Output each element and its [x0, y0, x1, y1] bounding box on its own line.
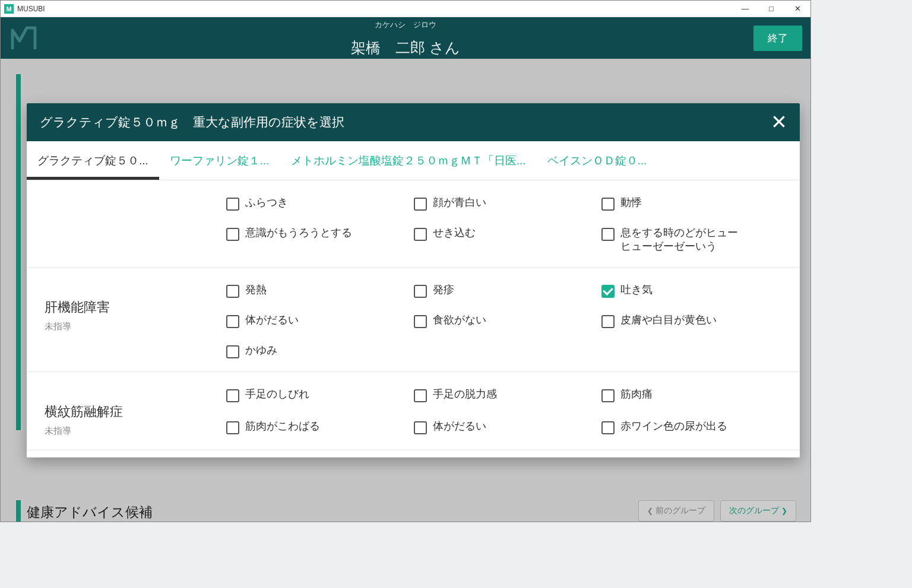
- symptom-checkbox[interactable]: かゆみ: [226, 344, 409, 358]
- symptom-grid: 手足のしびれ手足の脱力感筋肉痛筋肉がこわばる体がだるい赤ワイン色の尿が出る: [226, 385, 784, 437]
- symptom-checkbox[interactable]: 手足の脱力感: [414, 387, 597, 405]
- symptom-label: 皮膚や白目が黄色い: [620, 313, 717, 327]
- checkbox-icon: [601, 228, 615, 241]
- symptom-checkbox[interactable]: 息をする時のどがヒューヒューゼーゼーいう: [601, 226, 784, 254]
- titlebar: M MUSUBI — □ ✕: [1, 1, 810, 17]
- app-icon: M: [4, 4, 14, 14]
- end-session-button[interactable]: 終了: [753, 26, 802, 51]
- checkbox-icon: [414, 198, 427, 211]
- side-effect-section: ふらつき顔が青白い動悸意識がもうろうとするせき込む息をする時のどがヒューヒューゼ…: [27, 180, 800, 268]
- symptom-label: 筋肉痛: [620, 387, 653, 401]
- symptom-checkbox[interactable]: 体がだるい: [414, 419, 597, 437]
- checkbox-icon: [226, 389, 239, 402]
- app-header: カケハシ ジロウ 架橋 二郎 さん 終了: [1, 17, 810, 59]
- symptom-label: かゆみ: [245, 344, 277, 357]
- symptom-label: 赤ワイン色の尿が出る: [620, 419, 727, 433]
- symptom-label: 筋肉がこわばる: [245, 419, 320, 433]
- checkbox-icon: [226, 421, 239, 434]
- checkbox-icon: [414, 285, 427, 298]
- symptom-checkbox[interactable]: 吐き気: [601, 283, 784, 298]
- symptom-label: 発熱: [245, 283, 267, 297]
- section-label-area: 肝機能障害未指導: [42, 281, 226, 358]
- symptom-label: 動悸: [620, 196, 642, 209]
- main-area: 健康アドバイス候補 ❮ 前のグループ 次のグループ ❯ グラクティブ錠５０ｍｇ …: [1, 59, 810, 522]
- symptom-label: 食欲がない: [433, 313, 486, 327]
- symptom-checkbox[interactable]: 食欲がない: [414, 313, 597, 328]
- symptom-checkbox[interactable]: 体がだるい: [226, 313, 409, 328]
- symptom-label: 体がだるい: [245, 313, 299, 327]
- symptom-checkbox[interactable]: 発熱: [226, 283, 409, 298]
- titlebar-title: MUSUBI: [17, 5, 732, 13]
- section-name: 横紋筋融解症: [45, 403, 226, 421]
- symptom-label: 意識がもうろうとする: [245, 226, 352, 240]
- symptom-label: ふらつき: [245, 196, 288, 209]
- drug-tab[interactable]: ベイスンＯＤ錠０...: [537, 141, 658, 180]
- tab-label: ベイスンＯＤ錠０...: [547, 153, 647, 169]
- app-window: M MUSUBI — □ ✕ カケハシ ジロウ 架橋 二郎 さん 終了 健康アド…: [0, 0, 811, 522]
- checkbox-icon: [414, 421, 427, 434]
- checkbox-icon: [226, 228, 239, 241]
- symptom-label: 顔が青白い: [433, 196, 486, 209]
- modal-title: グラクティブ錠５０ｍｇ 重大な副作用の症状を選択: [40, 114, 344, 131]
- drug-tab[interactable]: ワーファリン錠１...: [159, 141, 280, 180]
- tab-label: ワーファリン錠１...: [170, 153, 270, 169]
- logo-icon: [9, 23, 39, 53]
- checkbox-icon: [226, 315, 239, 328]
- section-status: 未指導: [45, 321, 226, 332]
- symptom-checkbox[interactable]: 発疹: [414, 283, 597, 298]
- drug-tabs: グラクティブ錠５０...ワーファリン錠１...メトホルミン塩酸塩錠２５０ｍｇＭＴ…: [27, 141, 800, 180]
- close-icon: [771, 114, 787, 129]
- checkbox-icon: [414, 389, 427, 402]
- symptom-label: 手足のしびれ: [245, 387, 309, 401]
- patient-name-ruby: カケハシ ジロウ: [375, 20, 436, 30]
- symptom-label: 吐き気: [620, 283, 653, 297]
- drug-tab[interactable]: グラクティブ錠５０...: [27, 141, 159, 180]
- drug-tab[interactable]: メトホルミン塩酸塩錠２５０ｍｇＭＴ「日医...: [280, 141, 537, 180]
- symptom-grid: 発熱発疹吐き気体がだるい食欲がない皮膚や白目が黄色いかゆみ: [226, 281, 784, 358]
- symptom-checkbox[interactable]: 動悸: [601, 196, 784, 211]
- checkbox-icon: [226, 345, 239, 358]
- section-label-area: [42, 193, 226, 254]
- checkbox-icon: [226, 198, 239, 211]
- maximize-button[interactable]: □: [758, 1, 784, 17]
- symptom-checkbox[interactable]: 筋肉痛: [601, 387, 784, 405]
- symptom-checkbox[interactable]: 意識がもうろうとする: [226, 226, 409, 254]
- symptom-label: 発疹: [433, 283, 454, 297]
- checkbox-icon: [601, 315, 615, 328]
- side-effect-section: 横紋筋融解症未指導手足のしびれ手足の脱力感筋肉痛筋肉がこわばる体がだるい赤ワイン…: [27, 372, 800, 450]
- symptom-checkbox[interactable]: せき込む: [414, 226, 597, 254]
- checkbox-icon: [226, 285, 239, 298]
- symptom-checkbox[interactable]: 筋肉がこわばる: [226, 419, 409, 437]
- tab-label: メトホルミン塩酸塩錠２５０ｍｇＭＴ「日医...: [291, 153, 526, 169]
- modal-body[interactable]: ふらつき顔が青白い動悸意識がもうろうとするせき込む息をする時のどがヒューヒューゼ…: [27, 180, 800, 457]
- symptom-grid: ふらつき顔が青白い動悸意識がもうろうとするせき込む息をする時のどがヒューヒューゼ…: [226, 193, 784, 254]
- symptom-label: 手足の脱力感: [433, 387, 497, 401]
- symptom-label: 息をする時のどがヒューヒューゼーゼーいう: [620, 226, 745, 254]
- symptom-checkbox[interactable]: 赤ワイン色の尿が出る: [601, 419, 784, 437]
- symptom-checkbox[interactable]: 手足のしびれ: [226, 387, 409, 405]
- symptom-label: せき込む: [433, 226, 476, 240]
- section-label-area: 横紋筋融解症未指導: [42, 385, 226, 437]
- checkbox-icon: [601, 389, 615, 402]
- close-button[interactable]: ✕: [784, 1, 810, 17]
- symptom-checkbox[interactable]: 皮膚や白目が黄色い: [601, 313, 784, 328]
- side-effect-modal: グラクティブ錠５０ｍｇ 重大な副作用の症状を選択 グラクティブ錠５０...ワーフ…: [27, 103, 800, 457]
- side-effect-section: 肝機能障害未指導発熱発疹吐き気体がだるい食欲がない皮膚や白目が黄色いかゆみ: [27, 268, 800, 372]
- section-status: 未指導: [45, 425, 226, 437]
- checkbox-icon: [601, 198, 615, 211]
- symptom-label: 体がだるい: [433, 419, 486, 433]
- symptom-checkbox[interactable]: 顔が青白い: [414, 196, 597, 211]
- symptom-checkbox[interactable]: ふらつき: [226, 196, 409, 211]
- checkbox-icon: [414, 228, 427, 241]
- checkbox-icon: [601, 421, 615, 434]
- tab-label: グラクティブ錠５０...: [37, 153, 148, 169]
- patient-name: 架橋 二郎 さん: [351, 38, 460, 58]
- modal-header: グラクティブ錠５０ｍｇ 重大な副作用の症状を選択: [27, 103, 800, 141]
- minimize-button[interactable]: —: [732, 1, 758, 17]
- checkbox-icon: [414, 315, 427, 328]
- window-controls: — □ ✕: [732, 1, 810, 17]
- modal-close-button[interactable]: [769, 112, 789, 132]
- checkbox-icon: [601, 285, 615, 298]
- section-name: 肝機能障害: [45, 298, 226, 316]
